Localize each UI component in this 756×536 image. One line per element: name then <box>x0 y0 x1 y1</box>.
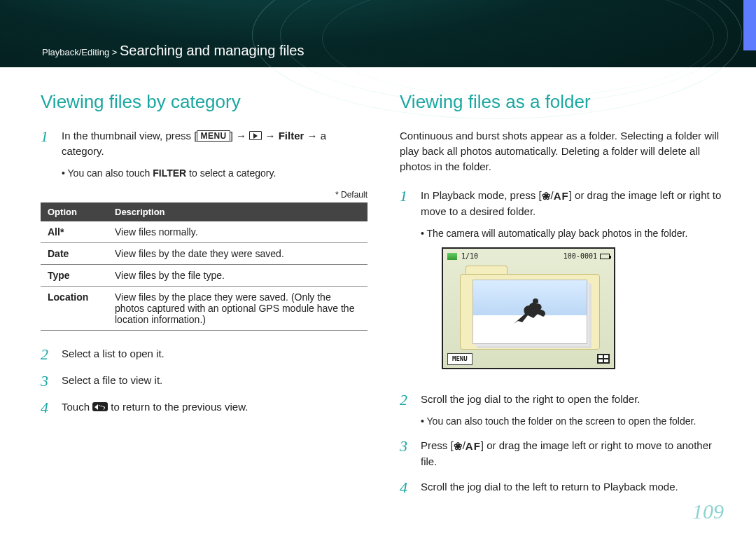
table-header-option: Option <box>41 202 108 221</box>
battery-icon <box>600 254 610 259</box>
step-1-left: 1 In the thumbnail view, press [MENU] → … <box>41 128 368 180</box>
lcd-thumbnail-button <box>597 354 610 364</box>
table-header-description: Description <box>108 202 368 221</box>
step-number: 1 <box>400 188 412 205</box>
lcd-counter: 1/10 <box>461 252 478 262</box>
step-number: 2 <box>400 392 412 408</box>
svg-point-0 <box>533 298 538 304</box>
default-footnote: * Default <box>41 190 368 200</box>
breadcrumb: Playback/Editing > Searching and managin… <box>42 43 304 59</box>
page-number: 109 <box>692 500 724 523</box>
step-4-right: 4 Scroll the jog dial to the left to ret… <box>400 479 727 496</box>
macro-icon: ❀ <box>542 188 551 204</box>
macro-icon: ❀ <box>454 439 463 454</box>
step-1-right: 1 In Playback mode, press [❀/AF] or drag… <box>400 188 727 382</box>
back-icon <box>92 402 108 411</box>
table-row: TypeView files by the file type. <box>41 264 368 286</box>
content-columns: Viewing files by category 1 In the thumb… <box>0 67 756 506</box>
folder-graphic <box>460 267 600 350</box>
filter-options-table: Option Description All*View files normal… <box>41 202 368 331</box>
table-row: DateView files by the date they were sav… <box>41 242 368 264</box>
page-header: Playback/Editing > Searching and managin… <box>0 0 756 67</box>
af-icon: AF <box>554 188 569 204</box>
step-3-right: 3 Press [❀/AF] or drag the image left or… <box>400 438 727 469</box>
manual-page: Playback/Editing > Searching and managin… <box>0 0 756 536</box>
camera-lcd-illustration: 1/10 100-0001 <box>442 247 615 369</box>
step-2-right-note: You can also touch the folder on the scr… <box>421 414 696 428</box>
af-icon: AF <box>465 439 481 454</box>
section-tab-indicator <box>743 0 756 50</box>
step-number: 3 <box>41 373 53 390</box>
left-column: Viewing files by category 1 In the thumb… <box>41 91 368 506</box>
playback-icon <box>249 131 262 140</box>
step-number: 1 <box>41 128 53 145</box>
table-row: LocationView files by the place they wer… <box>41 286 368 330</box>
right-column: Viewing files as a folder Continuous and… <box>400 91 727 506</box>
lcd-menu-button: MENU <box>447 353 472 365</box>
step-number: 4 <box>400 479 412 496</box>
snowboarder-silhouette <box>512 293 550 327</box>
breadcrumb-title: Searching and managing files <box>120 43 304 58</box>
step-3-left: 3 Select a file to view it. <box>41 373 368 390</box>
step-2-right: 2 Scroll the jog dial to the right to op… <box>400 392 727 428</box>
step-number: 4 <box>41 399 53 416</box>
lcd-file-id: 100-0001 <box>564 252 597 262</box>
step-number: 2 <box>41 346 53 363</box>
step-1-note: You can also touch FILTER to select a ca… <box>62 166 368 180</box>
menu-button-icon: MENU <box>197 130 230 142</box>
photo-flag-icon <box>447 253 457 260</box>
heading-viewing-by-category: Viewing files by category <box>41 91 368 113</box>
step-2-left: 2 Select a list to open it. <box>41 346 368 363</box>
folder-intro-paragraph: Continuous and burst shots appear as a f… <box>400 128 727 174</box>
table-row: All*View files normally. <box>41 221 368 243</box>
step-4-left: 4 Touch to return to the previous view. <box>41 399 368 416</box>
step-1-right-note: The camera will automatically play back … <box>421 226 727 240</box>
step-number: 3 <box>400 438 412 455</box>
breadcrumb-section: Playback/Editing <box>42 47 109 57</box>
heading-viewing-as-folder: Viewing files as a folder <box>400 91 727 113</box>
